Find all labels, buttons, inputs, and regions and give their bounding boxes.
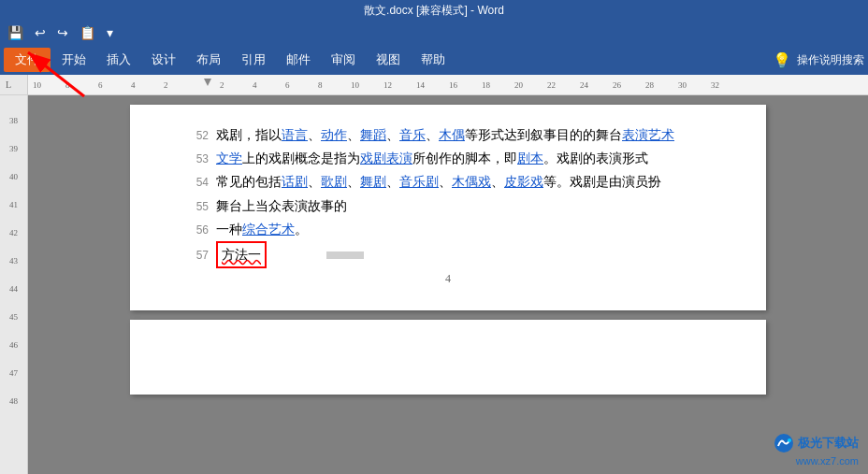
more-icon[interactable]: ▾ xyxy=(103,23,117,43)
ruler-scale: 10 8 6 4 2 2 4 6 8 10 12 14 16 18 20 22 … xyxy=(28,75,868,95)
menu-item-file[interactable]: 文件 xyxy=(4,48,51,72)
link-performance-art[interactable]: 表演艺术 xyxy=(622,128,674,142)
link-comprehensive-art[interactable]: 综合艺术 xyxy=(242,223,295,237)
link-opera[interactable]: 歌剧 xyxy=(321,175,347,189)
clipboard-icon[interactable]: 📋 xyxy=(76,23,99,43)
ruler-marker: L xyxy=(0,79,11,90)
line-text-55: 舞台上当众表演故事的 xyxy=(216,194,710,218)
svg-text:30: 30 xyxy=(678,80,687,90)
line-55: 55 舞台上当众表演故事的 xyxy=(186,194,710,218)
link-action[interactable]: 动作 xyxy=(321,128,347,142)
highlighted-text-box: 方法一 xyxy=(216,241,267,268)
line-text-56: 一种综合艺术。 xyxy=(216,218,710,241)
logo-icon xyxy=(774,433,794,453)
menu-bar: 文件 开始 插入 设计 布局 引用 邮件 审阅 视图 帮助 💡 操作说明搜索 xyxy=(0,45,868,75)
line-number-56: 56 xyxy=(186,221,209,241)
title-text: 散文.docx [兼容模式] - Word xyxy=(364,3,504,19)
svg-text:45: 45 xyxy=(9,312,19,322)
search-label: 操作说明搜索 xyxy=(797,52,864,68)
search-area[interactable]: 💡 操作说明搜索 xyxy=(773,51,864,69)
svg-text:39: 39 xyxy=(9,144,19,153)
link-ballet[interactable]: 舞剧 xyxy=(360,175,386,189)
line-number-54: 54 xyxy=(186,173,209,194)
svg-text:8: 8 xyxy=(318,80,323,90)
link-drama-performance[interactable]: 戏剧表演 xyxy=(360,151,412,165)
link-dance[interactable]: 舞蹈 xyxy=(360,128,386,142)
menu-item-mailings[interactable]: 邮件 xyxy=(277,48,320,72)
undo-icon[interactable]: ↩ xyxy=(31,23,50,43)
document-page-1: 52 戏剧，指以语言、动作、舞蹈、音乐、木偶等形式达到叙事目的的舞台表演艺术 5… xyxy=(130,105,766,310)
svg-text:18: 18 xyxy=(482,80,491,90)
svg-text:38: 38 xyxy=(9,116,19,125)
title-bar: 散文.docx [兼容模式] - Word xyxy=(0,0,868,21)
svg-text:6: 6 xyxy=(285,80,290,90)
svg-text:28: 28 xyxy=(645,80,655,90)
redo-icon[interactable]: ↪ xyxy=(53,23,72,43)
line-number-57: 57 xyxy=(186,246,209,266)
line-number-55: 55 xyxy=(186,197,209,218)
svg-point-39 xyxy=(788,438,791,442)
line-53: 53 文学上的戏剧概念是指为戏剧表演所创作的脚本，即剧本。戏剧的表演形式 xyxy=(186,147,710,170)
bulb-icon: 💡 xyxy=(773,51,791,69)
svg-text:46: 46 xyxy=(9,340,19,350)
page-content: 52 戏剧，指以语言、动作、舞蹈、音乐、木偶等形式达到叙事目的的舞台表演艺术 5… xyxy=(186,123,710,268)
svg-text:10: 10 xyxy=(351,80,360,90)
menu-item-view[interactable]: 视图 xyxy=(367,48,410,72)
svg-text:40: 40 xyxy=(9,172,19,181)
link-drama[interactable]: 话剧 xyxy=(282,175,308,189)
svg-text:47: 47 xyxy=(9,368,19,378)
save-icon[interactable]: 💾 xyxy=(4,23,27,43)
svg-text:48: 48 xyxy=(9,396,19,406)
main-area: 38 39 40 41 42 43 44 45 46 47 48 52 戏剧，指… xyxy=(0,95,868,474)
menu-item-design[interactable]: 设计 xyxy=(142,48,185,72)
menu-item-layout[interactable]: 布局 xyxy=(187,48,230,72)
svg-text:4: 4 xyxy=(253,80,257,90)
vertical-ruler: 38 39 40 41 42 43 44 45 46 47 48 xyxy=(0,95,28,474)
svg-text:41: 41 xyxy=(9,200,18,209)
line-57: 57 方法一 xyxy=(186,241,710,268)
link-script[interactable]: 剧本 xyxy=(517,151,543,165)
svg-text:14: 14 xyxy=(416,80,426,90)
method-one-text: 方法一 xyxy=(222,248,261,262)
svg-text:12: 12 xyxy=(383,80,392,90)
watermark-url: www.xz7.com xyxy=(796,455,859,467)
svg-text:20: 20 xyxy=(514,80,524,90)
link-shadow-play[interactable]: 皮影戏 xyxy=(504,175,543,189)
svg-text:8: 8 xyxy=(65,80,70,90)
watermark-logo: 极光下载站 xyxy=(774,433,859,453)
svg-text:2: 2 xyxy=(164,80,168,90)
svg-text:24: 24 xyxy=(580,80,589,90)
svg-text:2: 2 xyxy=(220,80,224,90)
link-puppet-show[interactable]: 木偶戏 xyxy=(452,175,491,189)
svg-text:42: 42 xyxy=(9,228,18,237)
line-number-53: 53 xyxy=(186,150,209,170)
svg-text:22: 22 xyxy=(547,80,556,90)
svg-text:10: 10 xyxy=(33,80,42,90)
menu-item-help[interactable]: 帮助 xyxy=(412,48,455,72)
menu-item-insert[interactable]: 插入 xyxy=(97,48,140,72)
ruler-margin-indicator: L xyxy=(0,75,28,95)
document-area[interactable]: 52 戏剧，指以语言、动作、舞蹈、音乐、木偶等形式达到叙事目的的舞台表演艺术 5… xyxy=(28,95,868,474)
line-number-52: 52 xyxy=(186,126,209,147)
line-text-52: 戏剧，指以语言、动作、舞蹈、音乐、木偶等形式达到叙事目的的舞台表演艺术 xyxy=(216,123,710,147)
svg-text:44: 44 xyxy=(9,284,19,294)
menu-item-references[interactable]: 引用 xyxy=(232,48,275,72)
line-text-53: 文学上的戏剧概念是指为戏剧表演所创作的脚本，即剧本。戏剧的表演形式 xyxy=(216,147,710,170)
menu-item-review[interactable]: 审阅 xyxy=(322,48,365,72)
svg-text:43: 43 xyxy=(9,256,19,266)
watermark-name: 极光下载站 xyxy=(798,435,859,452)
line-54: 54 常见的包括话剧、歌剧、舞剧、音乐剧、木偶戏、皮影戏等。戏剧是由演员扮 xyxy=(186,170,710,194)
menu-item-home[interactable]: 开始 xyxy=(52,48,95,72)
link-music[interactable]: 音乐 xyxy=(399,128,426,142)
svg-text:32: 32 xyxy=(711,80,719,90)
download-badge xyxy=(326,251,364,259)
svg-rect-0 xyxy=(28,75,868,95)
line-52: 52 戏剧，指以语言、动作、舞蹈、音乐、木偶等形式达到叙事目的的舞台表演艺术 xyxy=(186,123,710,147)
link-language[interactable]: 语言 xyxy=(282,128,308,142)
link-musical[interactable]: 音乐剧 xyxy=(399,175,439,189)
svg-text:6: 6 xyxy=(98,80,103,90)
line-text-54: 常见的包括话剧、歌剧、舞剧、音乐剧、木偶戏、皮影戏等。戏剧是由演员扮 xyxy=(216,170,710,194)
page-number: 4 xyxy=(186,268,710,290)
link-literature[interactable]: 文学 xyxy=(216,151,242,165)
link-puppet[interactable]: 木偶 xyxy=(439,128,465,142)
